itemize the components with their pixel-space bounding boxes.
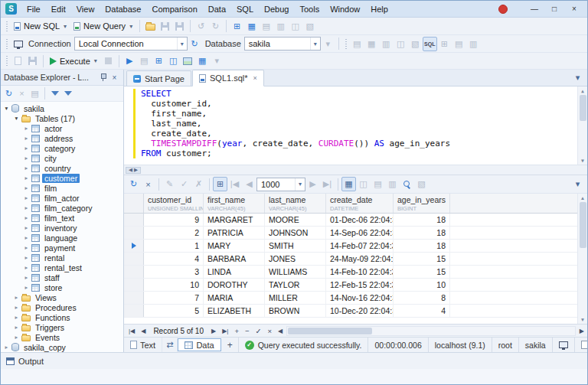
cell-age_in_years[interactable]: 18 xyxy=(394,240,450,252)
expand-arrow-icon[interactable]: ▸ xyxy=(22,165,31,171)
expand-arrow-icon[interactable]: ▸ xyxy=(22,155,31,162)
expand-arrow-icon[interactable]: ▸ xyxy=(22,274,31,281)
expand-arrow-icon[interactable]: ▸ xyxy=(22,244,31,251)
debugger-button[interactable]: ▶ xyxy=(122,54,137,68)
cell-first_name[interactable]: BARBARA xyxy=(204,253,265,265)
cell-first_name[interactable]: MARY xyxy=(204,240,265,252)
tree-item-film[interactable]: ▸film xyxy=(1,183,123,193)
table-row[interactable]: 7MARIAMILLER14-Nov-16 22:04:368 xyxy=(124,292,587,305)
menu-database[interactable]: Database xyxy=(100,2,146,17)
scrollbar-thumb[interactable] xyxy=(580,202,586,248)
table-row[interactable]: 1MARYSMITH14-Feb-07 22:04:3618 xyxy=(124,240,587,253)
cell-last_name[interactable]: WILLIAMS xyxy=(265,266,326,278)
cell-age_in_years[interactable]: 4 xyxy=(394,305,450,317)
tree-item-category[interactable]: ▸category xyxy=(1,143,123,153)
cell-age_in_years[interactable]: 15 xyxy=(394,266,450,278)
chevron-down-icon[interactable]: ▾ xyxy=(177,38,187,50)
cell-age_in_years[interactable]: 18 xyxy=(394,214,450,226)
status-monitor-segment[interactable] xyxy=(552,338,574,352)
cell-age_in_years[interactable]: 15 xyxy=(394,253,450,265)
column-header-first_name[interactable]: first_nameVARCHAR(45) xyxy=(204,194,265,213)
tree-item-payment[interactable]: ▸payment xyxy=(1,243,123,253)
cell-create_date[interactable]: 12-Feb-15 22:04:36 xyxy=(326,279,394,291)
cell-last_name[interactable]: TAYLOR xyxy=(265,279,326,291)
menu-debug[interactable]: Debug xyxy=(259,2,294,17)
status-layout-segment[interactable] xyxy=(574,338,588,352)
expand-arrow-icon[interactable]: ▸ xyxy=(22,135,31,142)
cell-last_name[interactable]: SMITH xyxy=(265,240,326,252)
table-row[interactable]: 2PATRICIAJOHNSON14-Sep-06 22:04:3618 xyxy=(124,227,587,240)
collapse-arrow-icon[interactable]: ▾ xyxy=(12,115,21,122)
tree-item-film-actor[interactable]: ▸film_actor xyxy=(1,193,123,203)
menu-file[interactable]: File xyxy=(21,2,46,17)
cell-create_date[interactable]: 14-Sep-06 22:04:36 xyxy=(326,227,394,239)
edit-connection-button[interactable]: ↻ xyxy=(188,37,202,51)
tab-list-button[interactable]: ▾ xyxy=(570,70,585,85)
filter-settings-button[interactable] xyxy=(48,87,61,100)
cell-first_name[interactable]: ELIZABETH xyxy=(204,305,265,317)
expand-arrow-icon[interactable]: ▸ xyxy=(22,125,31,132)
cell-first_name[interactable]: LINDA xyxy=(204,266,265,278)
delete-record-button[interactable]: − xyxy=(242,327,253,335)
expand-arrow-icon[interactable]: ▸ xyxy=(22,194,31,201)
refresh-results-button[interactable]: ↻ xyxy=(126,177,141,191)
tree-item-events[interactable]: ▸Events xyxy=(1,332,123,342)
tree-item-rental[interactable]: ▸rental xyxy=(1,253,123,263)
expand-arrow-icon[interactable]: ▸ xyxy=(22,264,31,271)
query-builder-button[interactable]: ▦ xyxy=(244,19,259,34)
cell-customer_id[interactable]: 7 xyxy=(144,292,204,304)
close-window-button[interactable]: × xyxy=(564,2,584,16)
tree-item-city[interactable]: ▸city xyxy=(1,153,123,163)
menu-sql[interactable]: SQL xyxy=(231,2,259,17)
paging-mode-button[interactable]: ⊞ xyxy=(213,177,227,191)
collapse-arrow-icon[interactable]: ▾ xyxy=(2,105,11,112)
table-row[interactable]: 9MARGARETMOORE01-Dec-06 22:04:3618 xyxy=(124,214,587,227)
maximize-button[interactable]: □ xyxy=(544,2,564,16)
cell-last_name[interactable]: MILLER xyxy=(265,292,326,304)
scroll-up-icon[interactable]: ▲ xyxy=(578,194,587,202)
connection-button[interactable] xyxy=(11,37,25,51)
cell-customer_id[interactable]: 2 xyxy=(144,227,204,239)
expand-arrow-icon[interactable]: ▸ xyxy=(22,254,31,261)
scrollbar-thumb[interactable] xyxy=(288,328,372,334)
cell-create_date[interactable]: 14-Feb-07 22:04:36 xyxy=(326,240,394,252)
table-row[interactable]: 10DOROTHYTAYLOR12-Feb-15 22:04:3610 xyxy=(124,279,587,292)
last-record-button[interactable]: ▶| xyxy=(219,328,231,334)
column-header-customer_id[interactable]: customer_idUNSIGNED SMALLINT xyxy=(144,194,204,213)
cell-last_name[interactable]: MOORE xyxy=(265,214,326,226)
insert-record-button[interactable]: + xyxy=(231,327,242,335)
cell-customer_id[interactable]: 9 xyxy=(144,214,204,226)
tree-item-inventory[interactable]: ▸inventory xyxy=(1,223,123,233)
expand-arrow-icon[interactable]: ▸ xyxy=(22,175,31,181)
expand-arrow-icon[interactable]: ▸ xyxy=(22,214,31,221)
menu-window[interactable]: Window xyxy=(325,2,365,17)
cell-age_in_years[interactable]: 18 xyxy=(394,227,450,239)
edit-table-button[interactable]: ⊞ xyxy=(152,54,166,68)
tree-item-address[interactable]: ▸address xyxy=(1,133,123,143)
execute-button[interactable]: Execute ▾ xyxy=(47,54,101,68)
open-file-button[interactable] xyxy=(143,19,158,34)
grid-horizontal-scrollbar[interactable] xyxy=(286,326,576,336)
expand-arrow-icon[interactable]: ▸ xyxy=(22,224,31,231)
cell-customer_id[interactable]: 3 xyxy=(144,266,204,278)
tab-text-view[interactable]: Text xyxy=(124,338,162,352)
grid-vertical-scrollbar[interactable]: ▲ ▼ xyxy=(577,194,587,324)
cell-create_date[interactable]: 24-May-09 22:04:36 xyxy=(326,253,394,265)
menu-tools[interactable]: Tools xyxy=(294,2,325,17)
post-edit-button[interactable]: ✓ xyxy=(253,327,265,335)
results-layout-button[interactable]: ◫ xyxy=(166,54,181,68)
cell-customer_id[interactable]: 1 xyxy=(144,240,204,252)
cell-create_date[interactable]: 14-Nov-16 22:04:36 xyxy=(326,292,394,304)
tree-item-customer[interactable]: ▸customer xyxy=(1,173,123,183)
tree-item-store[interactable]: ▸store xyxy=(1,282,123,292)
menu-data[interactable]: Data xyxy=(203,2,231,17)
cell-customer_id[interactable]: 4 xyxy=(144,253,204,265)
scroll-down-icon[interactable]: ▼ xyxy=(578,315,587,324)
cell-first_name[interactable]: MARGARET xyxy=(204,214,265,226)
tree-item-sakila-copy[interactable]: ▸sakila_copy xyxy=(1,342,123,352)
cell-age_in_years[interactable]: 8 xyxy=(394,292,450,304)
cell-last_name[interactable]: JOHNSON xyxy=(265,227,326,239)
tree-item-rental-test[interactable]: ▸rental_test xyxy=(1,263,123,272)
toolbar-overflow-button[interactable]: ▾ xyxy=(210,54,224,68)
table-data-button[interactable]: ⊞ xyxy=(230,19,244,34)
